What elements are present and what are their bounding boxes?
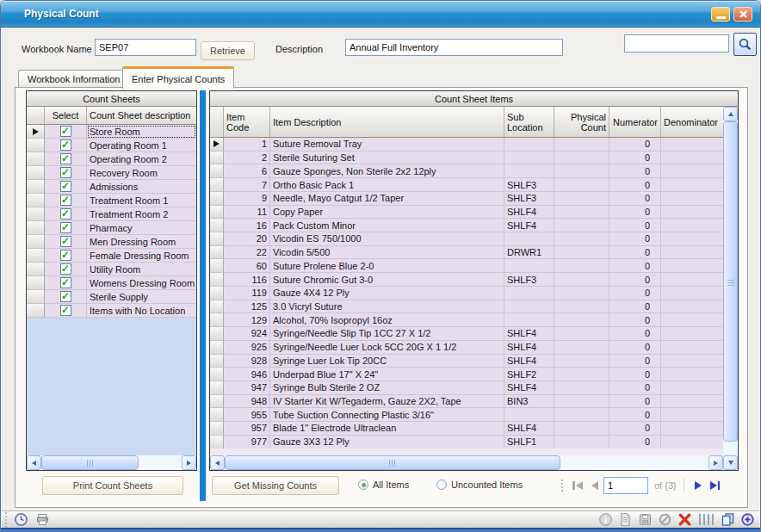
minimize-button[interactable] [711,7,730,22]
item-row[interactable]: 119Gauze 4X4 12 Ply0 [210,287,723,300]
select-checkbox[interactable]: ✓ [60,305,71,316]
select-cell[interactable]: ✓ [45,249,87,263]
denominator-cell[interactable] [661,341,723,355]
select-cell[interactable]: ✓ [45,152,87,166]
row-selector[interactable] [210,164,224,178]
item-row[interactable]: 6Gauze Sponges, Non Sterile 2x2 12ply0 [210,164,723,178]
numerator-cell[interactable]: 0 [609,273,661,287]
row-selector[interactable] [27,263,45,276]
scroll-right-button[interactable] [182,455,196,470]
items-header-item-code[interactable]: Item Code [224,107,270,137]
physical-count-cell[interactable] [554,395,609,409]
delete-icon[interactable] [677,512,692,527]
denominator-cell[interactable] [661,259,723,273]
item-row[interactable]: 925Syringe/Needle Luer Lock 5CC 20G X 1 … [210,341,723,355]
first-page-button[interactable] [569,477,586,494]
search-input[interactable] [624,34,729,53]
item-row[interactable]: 9Needle, Mayo Catgut 1/2 TaperSHLF30 [210,192,723,206]
select-checkbox[interactable]: ✓ [60,153,71,164]
items-header-item-description[interactable]: Item Description [270,107,504,137]
numerator-cell[interactable]: 0 [609,138,661,152]
row-selector[interactable] [27,304,45,318]
physical-count-cell[interactable] [554,164,609,178]
count-sheet-row[interactable]: ✓Store Room [27,125,196,139]
item-row[interactable]: 1253.0 Vicryl Suture0 [210,300,723,314]
count-sheets-hscrollbar[interactable] [27,455,196,470]
select-cell[interactable]: ✓ [45,194,87,207]
row-selector[interactable] [210,152,224,165]
count-sheets-header-description[interactable]: Count Sheet description [87,107,196,124]
item-row[interactable]: 928Syringe Luer Lok Tip 20CCSHLF40 [210,355,723,368]
select-cell[interactable]: ✓ [45,221,87,235]
physical-count-cell[interactable] [554,273,609,287]
print-count-sheets-button[interactable]: Print Count Sheets [42,476,183,495]
select-checkbox[interactable]: ✓ [60,208,71,220]
denominator-cell[interactable] [661,327,723,341]
item-row[interactable]: 947Syringe Bulb Sterile 2 OZSHLF40 [210,381,723,395]
row-selector[interactable] [210,232,224,246]
item-row[interactable]: 924Syringe/Needle Slip Tip 1CC 27 X 1/2S… [210,327,723,341]
numerator-cell[interactable]: 0 [609,436,661,449]
row-selector[interactable] [210,178,224,192]
numerator-cell[interactable]: 0 [609,246,661,260]
scroll-thumb[interactable] [723,121,738,442]
select-cell[interactable]: ✓ [45,139,87,152]
numerator-cell[interactable]: 0 [609,408,661,422]
numerator-cell[interactable]: 0 [609,368,661,381]
retrieve-button[interactable]: Retrieve [201,41,255,60]
numerator-cell[interactable]: 0 [609,341,661,355]
denominator-cell[interactable] [661,164,723,178]
select-checkbox[interactable]: ✓ [60,195,71,206]
close-button[interactable] [733,7,752,22]
scroll-thumb[interactable] [41,455,139,470]
print-icon[interactable] [35,512,50,527]
row-selector[interactable] [210,327,224,341]
add-icon[interactable] [740,512,755,527]
count-sheet-row[interactable]: ✓Female Dressing Room [27,249,196,263]
last-page-button[interactable] [707,477,724,494]
row-selector[interactable] [27,152,45,166]
physical-count-cell[interactable] [554,178,609,192]
physical-count-cell[interactable] [554,138,609,152]
row-selector[interactable] [210,246,224,260]
select-checkbox[interactable]: ✓ [60,263,71,275]
search-button[interactable] [733,33,757,56]
select-checkbox[interactable]: ✓ [60,181,71,192]
physical-count-cell[interactable] [554,232,609,246]
count-sheets-header-select[interactable]: Select [45,107,87,124]
physical-count-cell[interactable] [554,313,609,327]
select-checkbox[interactable]: ✓ [60,167,71,178]
row-selector[interactable] [27,290,45,304]
next-page-button[interactable] [690,477,707,494]
row-selector[interactable] [210,219,224,232]
workbook-name-input[interactable] [95,39,196,56]
radio-uncounted-items[interactable]: Uncounted Items [436,479,523,490]
denominator-cell[interactable] [661,300,723,314]
physical-count-cell[interactable] [554,152,609,165]
physical-count-cell[interactable] [554,300,609,314]
row-selector[interactable] [27,276,45,290]
row-selector[interactable] [27,221,45,235]
denominator-cell[interactable] [661,436,723,449]
row-selector[interactable] [210,273,224,287]
physical-count-cell[interactable] [554,287,609,300]
count-sheet-row[interactable]: ✓Recovery Room [27,166,196,180]
denominator-cell[interactable] [661,368,723,381]
item-row[interactable]: 7Ortho Basic Pack 1SHLF30 [210,178,723,192]
select-cell[interactable]: ✓ [45,290,87,304]
numerator-cell[interactable]: 0 [609,232,661,246]
numerator-cell[interactable]: 0 [609,381,661,395]
physical-count-cell[interactable] [554,327,609,341]
numerator-cell[interactable]: 0 [609,192,661,206]
physical-count-cell[interactable] [554,341,609,355]
physical-count-cell[interactable] [554,422,609,436]
item-row[interactable]: 116Suture Chromic Gut 3-0SHLF30 [210,273,723,287]
select-cell[interactable]: ✓ [45,125,87,139]
items-vscrollbar[interactable] [723,107,738,470]
row-selector[interactable] [210,138,224,152]
numerator-cell[interactable]: 0 [609,327,661,341]
scroll-right-button[interactable] [708,455,723,470]
row-selector[interactable] [210,206,224,220]
physical-count-cell[interactable] [554,206,609,220]
count-sheet-row[interactable]: ✓Sterile Supply [27,290,196,304]
